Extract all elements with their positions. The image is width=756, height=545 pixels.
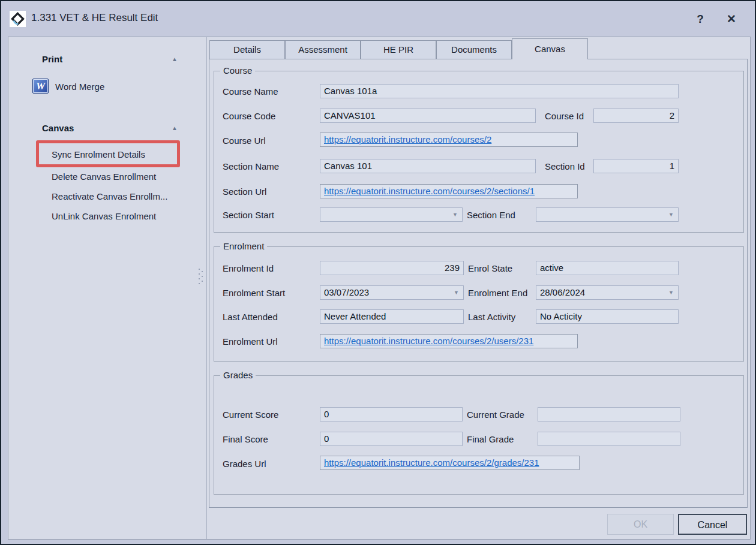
section-id-label: Section Id: [545, 161, 585, 171]
section-name-label: Section Name: [223, 161, 279, 171]
sidebar-item-delete-canvas-enrollment[interactable]: Delete Canvas Enrollment: [52, 171, 196, 183]
course-code-label: Course Code: [223, 111, 275, 121]
final-score-field[interactable]: 0: [320, 432, 463, 446]
cancel-button[interactable]: Cancel: [678, 514, 747, 535]
enrolment-group-legend: Enrolment: [220, 241, 267, 251]
final-score-label: Final Score: [223, 434, 268, 444]
section-start-dropdown[interactable]: ▼: [320, 207, 463, 222]
tab-documents[interactable]: Documents: [436, 40, 512, 59]
course-group-legend: Course: [220, 65, 255, 76]
course-code-field[interactable]: CANVAS101: [320, 109, 536, 123]
enrolment-start-dropdown[interactable]: 03/07/2023 ▼: [320, 285, 464, 300]
enrolment-end-value: 28/06/2024: [540, 287, 585, 297]
section-end-label: Section End: [467, 210, 515, 220]
enrolment-id-field[interactable]: 239: [320, 261, 464, 275]
grades-url-field: https://equatorit.instructure.com/course…: [320, 456, 580, 470]
sidebar-item-sync-enrolment-details[interactable]: Sync Enrolment Details: [52, 149, 196, 161]
current-score-label: Current Score: [223, 409, 278, 420]
title-bar: 1.331 VET & HE Result Edit ? ✕: [1, 1, 755, 36]
dropdown-arrow-icon[interactable]: ▼: [452, 208, 458, 221]
course-id-field[interactable]: 2: [593, 109, 679, 123]
enrolment-url-link[interactable]: https://equatorit.instructure.com/course…: [324, 336, 533, 346]
close-icon[interactable]: ✕: [724, 11, 739, 27]
grades-url-label: Grades Url: [223, 459, 266, 469]
grades-url-link[interactable]: https://equatorit.instructure.com/course…: [324, 457, 539, 468]
section-url-label: Section Url: [223, 186, 266, 197]
last-activity-label: Last Activity: [468, 312, 515, 322]
sidebar-section-canvas[interactable]: Canvas ▲: [42, 123, 186, 135]
current-score-field[interactable]: 0: [320, 407, 463, 421]
enrol-state-label: Enrol State: [468, 263, 512, 273]
tab-canvas[interactable]: Canvas: [512, 38, 588, 59]
print-header-label: Print: [42, 54, 62, 64]
content-panel: Print ▲ W Word Merge Canvas ▲ Sync Enrol…: [8, 37, 751, 540]
window-title: 1.331 VET & HE Result Edit: [31, 12, 158, 24]
section-end-dropdown[interactable]: ▼: [536, 207, 679, 222]
last-attended-label: Last Attended: [223, 312, 278, 322]
sidebar: Print ▲ W Word Merge Canvas ▲ Sync Enrol…: [8, 37, 207, 539]
sidebar-item-word-merge[interactable]: Word Merge: [55, 82, 199, 94]
last-activity-field[interactable]: No Acticity: [536, 309, 679, 324]
canvas-tab-page: Course Course Name Canvas 101a Course Co…: [209, 59, 748, 508]
enrolment-url-label: Enrolment Url: [223, 336, 278, 347]
canvas-header-label: Canvas: [42, 123, 74, 133]
enrolment-url-field: https://equatorit.instructure.com/course…: [320, 334, 578, 348]
course-url-field: https://equatorit.instructure.com/course…: [320, 133, 578, 147]
sidebar-item-unlink-canvas-enrolment[interactable]: UnLink Canvas Enrolment: [52, 211, 196, 223]
current-grade-label: Current Grade: [467, 409, 524, 420]
enrolment-end-label: Enrolment End: [468, 288, 527, 298]
help-icon[interactable]: ?: [692, 11, 708, 27]
collapse-arrow-icon[interactable]: ▲: [172, 56, 178, 62]
section-start-label: Section Start: [223, 210, 274, 220]
sidebar-section-print[interactable]: Print ▲: [42, 54, 186, 66]
dialog-window: 1.331 VET & HE Result Edit ? ✕ Print ▲ W…: [0, 0, 756, 545]
final-grade-label: Final Grade: [467, 434, 514, 444]
dropdown-arrow-icon[interactable]: ▼: [454, 286, 459, 299]
enrolment-start-value: 03/07/2023: [324, 287, 369, 297]
dropdown-arrow-icon[interactable]: ▼: [668, 208, 674, 221]
app-logo-icon: [10, 11, 26, 27]
section-url-field: https://equatorit.instructure.com/course…: [320, 184, 578, 198]
tab-assessment[interactable]: Assessment: [285, 40, 361, 59]
course-url-label: Course Url: [223, 136, 266, 146]
course-url-link[interactable]: https://equatorit.instructure.com/course…: [324, 134, 491, 144]
enrolment-end-dropdown[interactable]: 28/06/2024 ▼: [536, 285, 679, 300]
splitter-grip-icon[interactable]: [197, 267, 203, 285]
enrolment-start-label: Enrolment Start: [223, 288, 285, 298]
word-icon: W: [32, 79, 49, 94]
course-name-label: Course Name: [223, 86, 278, 97]
section-id-field[interactable]: 1: [593, 159, 679, 173]
final-grade-field[interactable]: [538, 432, 680, 446]
enrol-state-field[interactable]: active: [536, 261, 679, 275]
dropdown-arrow-icon[interactable]: ▼: [668, 286, 674, 299]
course-id-label: Course Id: [545, 111, 584, 121]
collapse-arrow-icon[interactable]: ▲: [172, 125, 178, 131]
sidebar-item-reactivate-canvas-enrollment[interactable]: Reactivate Canvas Enrollm...: [52, 191, 196, 203]
ok-button[interactable]: OK: [607, 514, 674, 535]
last-attended-field[interactable]: Never Attended: [320, 309, 464, 324]
course-name-field[interactable]: Canvas 101a: [320, 84, 679, 98]
section-url-link[interactable]: https://equatorit.instructure.com/course…: [324, 186, 535, 196]
tab-he-pir[interactable]: HE PIR: [361, 40, 436, 59]
grades-group-legend: Grades: [220, 370, 256, 380]
current-grade-field[interactable]: [538, 407, 680, 421]
enrolment-id-label: Enrolment Id: [223, 263, 274, 273]
tab-details[interactable]: Details: [209, 40, 285, 59]
section-name-field[interactable]: Canvas 101: [320, 159, 536, 173]
